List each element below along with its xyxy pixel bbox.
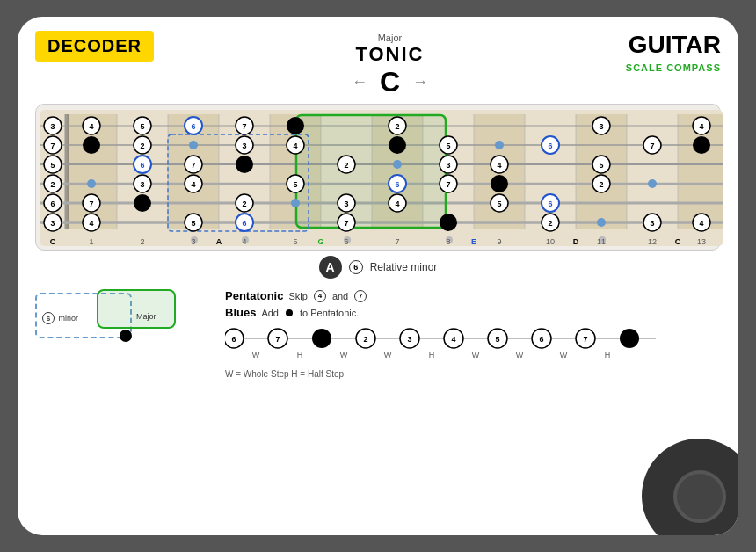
svg-text:3: 3: [650, 219, 654, 228]
svg-text:E: E: [471, 237, 476, 246]
svg-point-57: [189, 141, 198, 149]
svg-point-91: [87, 179, 96, 188]
mini-dot: [120, 330, 132, 342]
svg-text:W: W: [340, 351, 348, 360]
svg-point-64: [389, 136, 406, 154]
svg-text:5: 5: [50, 161, 55, 170]
svg-text:3: 3: [191, 237, 195, 246]
header: DECODER Major TONIC ← C → GUITAR SCALE C…: [35, 31, 721, 98]
pentatonic-name: Pentatonic: [225, 289, 283, 302]
tonic-small-label: Major: [352, 33, 428, 43]
svg-text:2: 2: [242, 200, 246, 208]
guitar-title: GUITAR SCALE COMPASS: [626, 31, 721, 75]
relative-minor-circle: A: [319, 256, 342, 279]
skip-circle-4: 4: [314, 290, 326, 302]
svg-text:6: 6: [548, 200, 552, 208]
svg-text:W: W: [384, 351, 392, 360]
svg-text:9: 9: [497, 237, 501, 246]
svg-text:2: 2: [548, 219, 552, 228]
minor-num: 6: [42, 312, 55, 324]
svg-point-110: [134, 194, 151, 212]
svg-text:6: 6: [242, 219, 246, 228]
guitar-label: GUITAR: [626, 31, 721, 59]
svg-text:11: 11: [597, 237, 606, 246]
svg-text:6: 6: [231, 335, 236, 344]
svg-text:5: 5: [293, 237, 297, 246]
svg-text:4: 4: [699, 122, 703, 131]
svg-text:H: H: [297, 351, 303, 360]
svg-point-79: [236, 156, 253, 173]
svg-text:2: 2: [50, 180, 55, 189]
svg-text:5: 5: [495, 335, 499, 344]
mini-green-shape: [97, 289, 176, 329]
relative-minor-text: Relative minor: [370, 261, 438, 273]
svg-text:W: W: [560, 351, 568, 360]
svg-point-102: [491, 175, 508, 192]
svg-text:H: H: [605, 351, 611, 360]
svg-text:3: 3: [344, 200, 348, 208]
svg-text:5: 5: [497, 200, 501, 208]
svg-text:6: 6: [395, 180, 399, 189]
svg-text:D: D: [573, 237, 579, 246]
svg-text:G: G: [317, 237, 323, 246]
svg-point-105: [648, 179, 657, 188]
scale-info: Pentatonic Skip 4 and 7 Blues Add to Pen…: [225, 286, 721, 379]
minor-label: 6 minor: [42, 312, 78, 324]
svg-text:1: 1: [89, 237, 93, 246]
svg-text:3: 3: [140, 180, 144, 189]
svg-text:7: 7: [89, 200, 93, 208]
svg-text:5: 5: [599, 161, 603, 170]
svg-text:4: 4: [293, 142, 297, 150]
blues-desc: Add: [261, 308, 279, 318]
svg-text:8: 8: [446, 237, 450, 246]
svg-text:6: 6: [50, 200, 55, 208]
svg-text:7: 7: [395, 237, 399, 246]
pentatonic-and: and: [332, 291, 348, 301]
blues-name: Blues: [225, 306, 256, 319]
svg-text:2: 2: [599, 180, 603, 189]
svg-text:3: 3: [50, 219, 55, 228]
svg-text:3: 3: [599, 122, 603, 131]
svg-text:7: 7: [446, 180, 450, 189]
svg-text:7: 7: [191, 161, 195, 170]
svg-text:C: C: [675, 237, 681, 246]
svg-text:7: 7: [650, 142, 654, 150]
svg-text:2: 2: [140, 237, 144, 246]
major-label: Major: [136, 312, 156, 321]
svg-text:4: 4: [89, 219, 93, 228]
svg-text:2: 2: [363, 335, 367, 344]
svg-text:4: 4: [699, 219, 703, 228]
svg-text:W: W: [252, 351, 260, 360]
svg-point-65: [495, 141, 504, 149]
minor-text: minor: [59, 314, 79, 323]
svg-text:6: 6: [344, 237, 348, 246]
fretboard-wrapper: 3 4 5 6 7 2 3: [35, 104, 721, 251]
svg-text:2: 2: [395, 122, 399, 131]
fretboard-svg: 3 4 5 6 7 2 3: [40, 110, 723, 246]
svg-text:3: 3: [50, 122, 55, 131]
svg-text:7: 7: [344, 219, 348, 228]
svg-text:A: A: [216, 237, 222, 246]
svg-text:10: 10: [546, 237, 555, 246]
tonic-note: ← C →: [352, 66, 428, 98]
svg-text:5: 5: [293, 180, 297, 189]
svg-text:C: C: [50, 237, 56, 246]
bottom-section: 6 minor Major Pentatonic Skip 4 and 7 Bl…: [35, 286, 721, 379]
svg-text:7: 7: [242, 122, 246, 131]
svg-text:4: 4: [395, 200, 399, 208]
svg-text:5: 5: [446, 142, 450, 150]
tonic-note-letter: C: [380, 66, 400, 98]
wh-legend: W = Whole Step H = Half Step: [225, 369, 721, 379]
scale-diagram: 6 7 2 3 4 5: [225, 323, 721, 379]
svg-text:5: 5: [191, 219, 195, 228]
svg-text:12: 12: [648, 237, 657, 246]
scale-compass-label: SCALE COMPASS: [626, 62, 721, 73]
svg-text:4: 4: [242, 237, 246, 246]
svg-text:6: 6: [539, 335, 543, 344]
tonic-big-label: TONIC: [355, 43, 424, 65]
svg-text:7: 7: [275, 335, 280, 344]
svg-text:6: 6: [191, 122, 195, 131]
svg-text:W: W: [472, 351, 480, 360]
svg-point-164: [312, 329, 331, 348]
svg-point-135: [597, 218, 606, 227]
